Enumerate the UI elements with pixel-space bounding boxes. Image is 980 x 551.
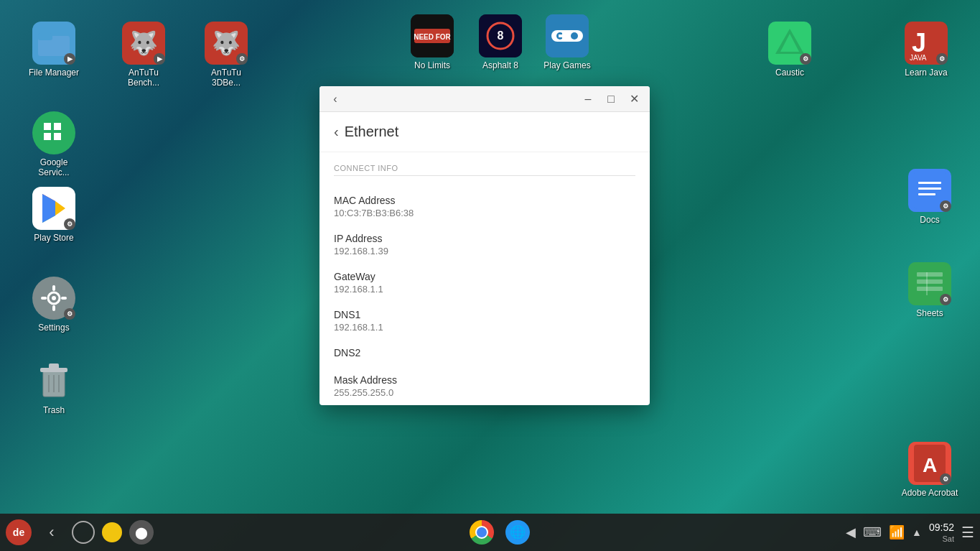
wifi-icon[interactable]: 📶 xyxy=(889,524,905,540)
svg-rect-1 xyxy=(38,33,52,40)
connect-info-section: CONNECT INFO xyxy=(319,152,650,176)
antutu-bench-label: AnTuTu Bench... xyxy=(115,68,172,88)
icon-caustic[interactable]: ⚙ Caustic xyxy=(757,22,822,78)
antutu-3dbe-label: AnTuTu 3DBe... xyxy=(197,68,255,88)
section-label: CONNECT INFO xyxy=(334,164,635,172)
gateway-label: GateWay xyxy=(334,271,635,282)
signal-icon[interactable]: ▲ xyxy=(912,527,922,538)
trash-icon xyxy=(32,359,75,402)
svg-rect-32 xyxy=(61,297,67,300)
mask-address-value: 255.255.255.0 xyxy=(334,387,635,398)
google-services-icon xyxy=(32,111,75,154)
gateway-value: 192.168.1.1 xyxy=(334,284,635,295)
icon-trash[interactable]: Trash xyxy=(22,359,86,415)
icon-sheets[interactable]: ⚙ Sheets xyxy=(897,262,962,318)
window-minimize-button[interactable]: – xyxy=(578,89,598,109)
icon-play-games[interactable]: Play Games xyxy=(535,14,599,70)
google-services-label: Google Servic... xyxy=(25,157,83,178)
dns1-value: 192.168.1.1 xyxy=(334,322,635,333)
ethernet-back-icon[interactable]: ‹ xyxy=(334,124,339,140)
mask-address-row: Mask Address 255.255.255.0 xyxy=(319,367,650,405)
taskbar-day: Sat xyxy=(929,534,954,544)
svg-rect-35 xyxy=(49,364,59,369)
play-store-icon: ⚙ xyxy=(32,187,75,230)
volume-icon[interactable]: ◀ xyxy=(846,524,856,540)
ip-address-row: IP Address 192.168.1.39 xyxy=(319,226,650,264)
back-button[interactable]: ‹ xyxy=(39,519,65,545)
icon-asphalt-8[interactable]: 8 Asphalt 8 xyxy=(468,14,533,70)
icon-file-manager[interactable]: ▶ File Manager xyxy=(22,22,86,78)
gateway-row: GateWay 192.168.1.1 xyxy=(319,264,650,302)
mac-address-label: MAC Address xyxy=(334,195,635,206)
network-taskbar-icon[interactable]: 🌐 xyxy=(505,519,531,545)
window-maximize-button[interactable]: □ xyxy=(601,89,621,109)
dns2-row: DNS2 xyxy=(319,340,650,367)
taskbar-center: 🌐 xyxy=(154,519,846,545)
antutu-bench-icon: 🐺 ▶ xyxy=(122,22,165,65)
icon-antutu-3dbe[interactable]: 🐺 ⚙ AnTuTu 3DBe... xyxy=(194,22,258,88)
taskbar-time: 09:52 Sat xyxy=(929,521,954,544)
svg-point-28 xyxy=(52,296,56,300)
ethernet-title: Ethernet xyxy=(345,124,399,140)
svg-rect-40 xyxy=(918,182,941,184)
learn-java-icon: JJAVA ⚙ xyxy=(905,22,948,65)
sheets-label: Sheets xyxy=(916,308,943,318)
svg-rect-29 xyxy=(52,285,55,291)
asphalt-8-icon: 8 xyxy=(479,14,522,57)
acrobat-icon: A ⚙ xyxy=(908,442,951,485)
svg-text:J: J xyxy=(912,28,926,57)
icon-learn-java[interactable]: JJAVA ⚙ Learn Java xyxy=(894,22,958,78)
trash-label: Trash xyxy=(43,405,65,415)
icon-google-services[interactable]: Google Servic... xyxy=(22,111,86,178)
window-back-button[interactable]: ‹ xyxy=(325,89,345,109)
svg-text:JAVA: JAVA xyxy=(910,54,927,62)
svg-rect-41 xyxy=(918,187,941,190)
svg-point-11 xyxy=(571,32,578,40)
antutu-3dbe-icon: 🐺 ⚙ xyxy=(205,22,248,65)
svg-marker-26 xyxy=(42,194,55,223)
recents-button[interactable] xyxy=(102,522,122,542)
ethernet-header: ‹ Ethernet xyxy=(319,112,650,152)
file-manager-label: File Manager xyxy=(29,68,79,78)
svg-rect-30 xyxy=(52,305,55,311)
svg-rect-18 xyxy=(44,123,51,130)
taskbar-left: de ‹ ⬤ xyxy=(6,519,154,545)
taskbar-menu-button[interactable]: ☰ xyxy=(961,524,974,541)
icon-no-limits[interactable]: NEED FOR No Limits xyxy=(400,14,465,70)
play-store-label: Play Store xyxy=(34,233,73,243)
home-button[interactable] xyxy=(72,521,95,544)
file-manager-icon: ▶ xyxy=(32,22,75,65)
icon-docs[interactable]: ⚙ Docs xyxy=(897,169,962,225)
docs-label: Docs xyxy=(920,215,939,225)
taskbar: de ‹ ⬤ 🌐 ◀ ⌨ 📶 ▲ xyxy=(0,514,980,551)
chrome-taskbar-icon[interactable] xyxy=(469,519,495,545)
svg-rect-31 xyxy=(41,297,47,300)
mac-address-row: MAC Address 10:C3:7B:B3:B6:38 xyxy=(319,187,650,226)
asphalt-8-label: Asphalt 8 xyxy=(482,60,518,70)
svg-rect-45 xyxy=(917,279,943,284)
taskbar-clock: 09:52 xyxy=(929,521,954,534)
svg-rect-44 xyxy=(917,272,943,277)
taskbar-right: ◀ ⌨ 📶 ▲ 09:52 Sat ☰ xyxy=(846,521,974,544)
camera-button[interactable]: ⬤ xyxy=(129,520,154,545)
no-limits-label: No Limits xyxy=(414,60,450,70)
ethernet-titlebar: ‹ – □ ✕ xyxy=(319,86,650,112)
ip-address-label: IP Address xyxy=(334,233,635,244)
mask-address-label: Mask Address xyxy=(334,374,635,386)
de-button[interactable]: de xyxy=(6,519,32,545)
icon-settings[interactable]: ⚙ Settings xyxy=(22,277,86,333)
caustic-icon: ⚙ xyxy=(768,22,811,65)
icon-acrobat[interactable]: A ⚙ Adobe Acrobat xyxy=(897,442,962,498)
window-close-button[interactable]: ✕ xyxy=(624,89,644,109)
keyboard-icon[interactable]: ⌨ xyxy=(863,524,882,540)
acrobat-label: Adobe Acrobat xyxy=(902,488,958,498)
icon-play-store[interactable]: ⚙ Play Store xyxy=(22,187,86,243)
svg-rect-13 xyxy=(559,34,569,37)
dns1-row: DNS1 192.168.1.1 xyxy=(319,302,650,340)
desktop: ▶ File Manager 🐺 ▶ AnTuTu Bench... 🐺 ⚙ A… xyxy=(0,0,980,551)
mac-address-value: 10:C3:7B:B3:B6:38 xyxy=(334,208,635,218)
svg-rect-46 xyxy=(917,287,943,291)
dns1-label: DNS1 xyxy=(334,309,635,320)
icon-antutu-bench[interactable]: 🐺 ▶ AnTuTu Bench... xyxy=(111,22,176,88)
svg-marker-25 xyxy=(55,201,65,216)
